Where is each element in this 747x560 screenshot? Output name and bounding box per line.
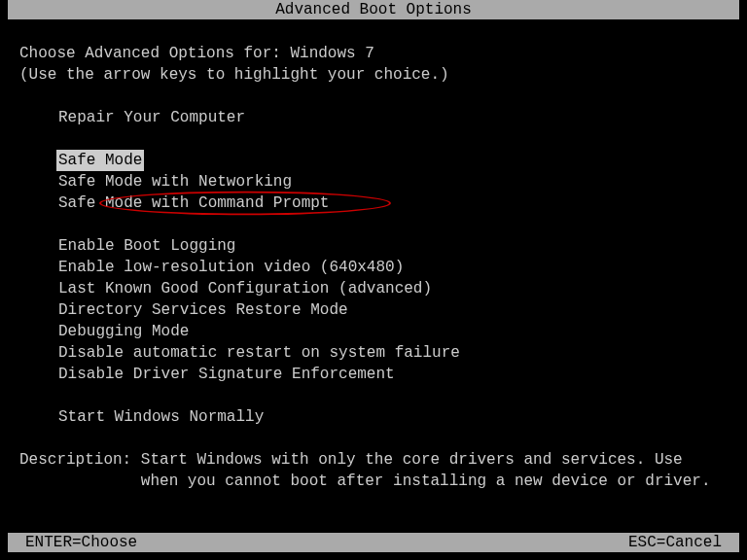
description-text-2: when you cannot boot after installing a …	[141, 472, 711, 490]
footer-enter: ENTER=Choose	[25, 534, 137, 551]
menu-item-repair[interactable]: Repair Your Computer	[58, 107, 245, 128]
menu-item-start-normally[interactable]: Start Windows Normally	[58, 406, 264, 428]
heading: Choose Advanced Options for: Windows 7	[8, 43, 739, 64]
description-label: Description:	[19, 451, 141, 469]
menu-item-disable-driver-sig[interactable]: Disable Driver Signature Enforcement	[58, 364, 395, 385]
subheading: (Use the arrow keys to highlight your ch…	[8, 64, 739, 86]
footer-esc: ESC=Cancel	[628, 534, 722, 551]
description-text-1: Start Windows with only the core drivers…	[141, 451, 683, 469]
menu-item-boot-logging[interactable]: Enable Boot Logging	[58, 235, 235, 257]
menu-item-low-res[interactable]: Enable low-resolution video (640x480)	[58, 257, 404, 278]
menu-item-safe-mode-networking[interactable]: Safe Mode with Networking	[58, 171, 292, 192]
menu-item-disable-auto-restart[interactable]: Disable automatic restart on system fail…	[58, 342, 460, 364]
footer-bar: ENTER=Choose ESC=Cancel	[8, 533, 739, 552]
page-title: Advanced Boot Options	[275, 1, 472, 18]
menu-item-ds-restore[interactable]: Directory Services Restore Mode	[58, 299, 348, 321]
menu-item-safe-mode-cmd[interactable]: Safe Mode with Command Prompt	[58, 192, 329, 214]
menu-item-safe-mode[interactable]: Safe Mode	[56, 150, 144, 171]
title-bar: Advanced Boot Options	[8, 0, 739, 19]
description-block: Description: Start Windows with only the…	[8, 449, 739, 492]
boot-menu: Repair Your Computer Safe Mode Safe Mode…	[8, 107, 739, 428]
menu-item-last-known-good[interactable]: Last Known Good Configuration (advanced)	[58, 278, 432, 299]
menu-item-debugging[interactable]: Debugging Mode	[58, 321, 189, 342]
